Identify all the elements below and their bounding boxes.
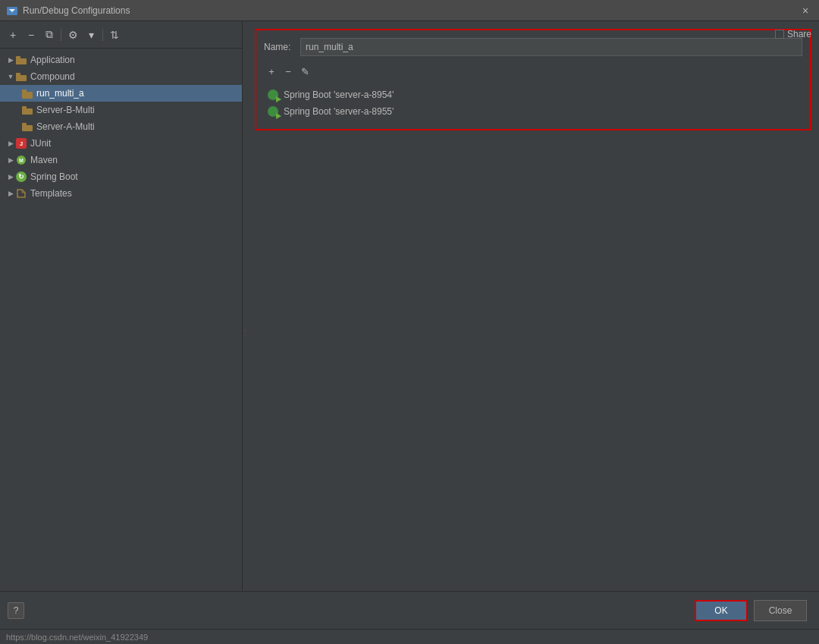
svg-rect-3 <box>22 90 27 93</box>
tree-item-maven[interactable]: ▶ M Maven <box>0 152 242 168</box>
edit-item-button[interactable]: ✎ <box>297 64 312 79</box>
name-row: Name: <box>264 38 802 56</box>
arrow-compound: ▼ <box>6 72 15 81</box>
config-list-item-8955[interactable]: Spring Boot 'server-a-8955' <box>264 103 802 120</box>
left-panel: + − ⧉ ⚙ ▾ ⇅ ▶ Application ▼ <box>0 21 243 644</box>
ok-button[interactable]: OK <box>695 600 748 621</box>
toolbar-separator <box>61 29 61 41</box>
name-label: Name: <box>264 42 294 52</box>
arrow-application: ▶ <box>6 55 15 64</box>
config-item-label-8954: Spring Boot 'server-a-8954' <box>284 90 394 100</box>
close-window-button[interactable]: × <box>799 5 811 17</box>
name-input[interactable] <box>300 38 802 56</box>
folder-icon-server-b <box>21 104 33 116</box>
arrow-junit: ▶ <box>6 139 15 148</box>
sort-button[interactable]: ⇅ <box>106 27 123 43</box>
arrow-spring-boot: ▶ <box>6 172 15 181</box>
tree-label-server-b: Server-B-Multi <box>36 105 95 115</box>
config-area: Name: + − ✎ Spring Boot 'server-a-8954' <box>255 29 811 130</box>
right-panel: Share Name: + − ✎ <box>247 21 819 644</box>
app-icon <box>6 5 18 17</box>
folder-icon-compound <box>15 71 27 83</box>
share-label: Share <box>787 29 811 39</box>
templates-icon <box>15 187 27 199</box>
tree-label-maven: Maven <box>30 155 58 165</box>
title-bar-text: Run/Debug Configurations <box>23 5 813 16</box>
svg-rect-2 <box>22 92 33 99</box>
url-bar: https://blog.csdn.net/weixin_41922349 <box>0 629 819 644</box>
arrow-maven: ▶ <box>6 156 15 165</box>
title-bar: Run/Debug Configurations × <box>0 0 819 21</box>
add-item-button[interactable]: + <box>264 64 279 79</box>
tree-item-junit[interactable]: ▶ J JUnit <box>0 135 242 152</box>
junit-icon: J <box>15 137 27 149</box>
config-list: Spring Boot 'server-a-8954' Spring Boot … <box>264 85 802 121</box>
config-list-item-8954[interactable]: Spring Boot 'server-a-8954' <box>264 86 802 103</box>
tree-item-application[interactable]: ▶ Application <box>0 52 242 68</box>
tree-label-server-a: Server-A-Multi <box>36 121 95 132</box>
close-button[interactable]: Close <box>754 600 807 621</box>
tree-item-run-multi-a[interactable]: run_multi_a <box>0 85 242 102</box>
config-tree: ▶ Application ▼ Compound <box>0 49 242 644</box>
url-text: https://blog.csdn.net/weixin_41922349 <box>6 633 148 642</box>
config-item-label-8955: Spring Boot 'server-a-8955' <box>284 106 394 117</box>
toolbar-separator-2 <box>102 29 103 41</box>
tree-label-compound: Compound <box>30 71 75 82</box>
maven-icon: M <box>15 154 27 166</box>
tree-label-application: Application <box>30 55 75 65</box>
tree-label-spring-boot: Spring Boot <box>30 171 78 182</box>
settings-button[interactable]: ⚙ <box>64 27 81 43</box>
main-layout: + − ⧉ ⚙ ▾ ⇅ ▶ Application ▼ <box>0 21 819 644</box>
tree-item-server-a-multi[interactable]: Server-A-Multi <box>0 118 242 135</box>
tree-item-spring-boot[interactable]: ▶ Spring Boot <box>0 168 242 185</box>
tree-label-junit: JUnit <box>30 138 51 149</box>
config-toolbar: + − ✎ <box>264 64 802 79</box>
tree-item-compound[interactable]: ▼ Compound <box>0 68 242 85</box>
run-icon-8954 <box>267 89 279 101</box>
tree-label-run-multi-a: run_multi_a <box>36 88 84 99</box>
folder-icon-server-a <box>21 121 33 133</box>
remove-config-button[interactable]: − <box>23 27 39 43</box>
remove-item-button[interactable]: − <box>281 64 296 79</box>
springboot-icon <box>15 171 27 183</box>
left-toolbar: + − ⧉ ⚙ ▾ ⇅ <box>0 21 242 49</box>
share-checkbox[interactable] <box>775 30 784 39</box>
folder-icon-run-multi-a <box>21 87 33 99</box>
run-icon-8955 <box>267 105 279 118</box>
arrow-templates: ▶ <box>6 189 15 198</box>
help-button[interactable]: ? <box>8 602 24 619</box>
dropdown-button[interactable]: ▾ <box>83 27 99 43</box>
tree-item-templates[interactable]: ▶ Templates <box>0 185 242 202</box>
bottom-bar: ? OK Close <box>0 591 819 629</box>
add-config-button[interactable]: + <box>5 27 21 43</box>
share-area: Share <box>775 29 811 39</box>
copy-config-button[interactable]: ⧉ <box>41 27 58 43</box>
svg-text:M: M <box>19 158 24 163</box>
folder-icon-application <box>15 54 27 66</box>
tree-item-server-b-multi[interactable]: Server-B-Multi <box>0 102 242 118</box>
tree-label-templates: Templates <box>30 188 72 199</box>
